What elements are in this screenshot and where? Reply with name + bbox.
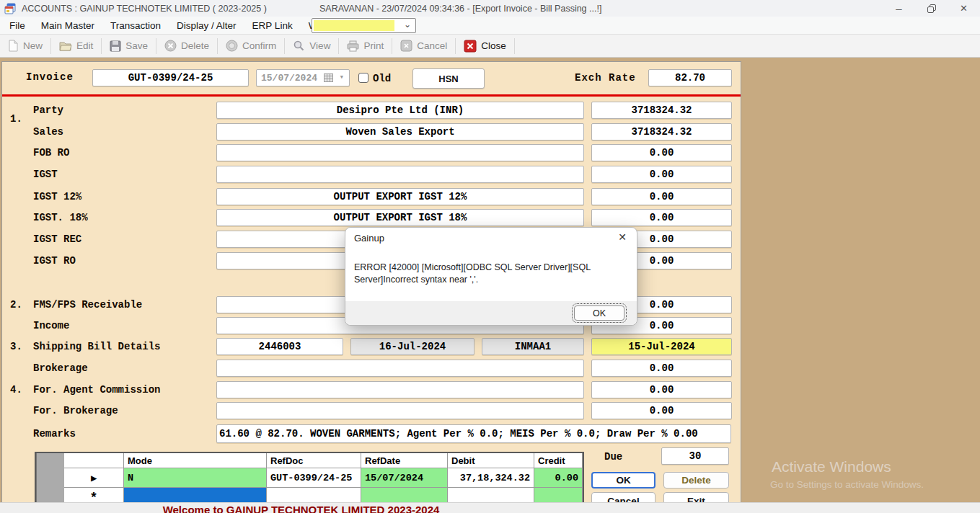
confirm-button[interactable]: Confirm — [218, 37, 283, 55]
view-button[interactable]: View — [286, 37, 337, 55]
due-label: Due — [604, 451, 622, 463]
ok-button[interactable]: OK — [591, 472, 655, 489]
agent-commission-field[interactable] — [216, 381, 584, 398]
edit-button[interactable]: Edit — [52, 37, 100, 55]
print-button[interactable]: Print — [340, 37, 391, 55]
minimize-button[interactable]: – — [883, 0, 915, 17]
igst-amount-field[interactable]: 0.00 — [591, 166, 732, 183]
windows-combobox[interactable]: ⌄ — [312, 18, 416, 33]
dialog-footer: OK — [345, 301, 637, 325]
printer-icon — [347, 40, 359, 52]
section-number-4: 4. — [10, 384, 22, 396]
remarks-field[interactable]: 61.60 @ 82.70. WOVEN GARMENTS; Agent Per… — [216, 424, 731, 443]
party-field[interactable]: Desipro Pte Ltd (INR) — [216, 102, 584, 119]
sales-amount-field[interactable]: 3718324.32 — [591, 123, 732, 140]
open-folder-icon — [59, 40, 72, 52]
toolbar-separator — [392, 38, 392, 54]
row-label-igst-rec: IGST REC — [33, 233, 81, 245]
sales-field[interactable]: Woven Sales Export — [216, 123, 584, 140]
party-amount-field[interactable]: 3718324.32 — [591, 102, 732, 119]
reference-grid: Mode RefDoc RefDate Debit Credit ▶ N GUT… — [35, 452, 584, 508]
old-label: Old — [373, 73, 391, 84]
shipping-bill-number-field[interactable]: 2446003 — [216, 338, 343, 355]
activate-windows-subtext: Go to Settings to activate Windows. — [770, 479, 924, 490]
row-label-igst-ro: IGST RO — [33, 255, 76, 267]
brokerage-amount-field[interactable]: 0.00 — [591, 360, 732, 377]
invoice-date-field[interactable]: 15/07/2024 ▾ — [256, 69, 350, 86]
shipping-lets-date-field[interactable]: 15-Jul-2024 — [591, 338, 732, 355]
due-field[interactable]: 30 — [661, 447, 729, 465]
menu-display-alter[interactable]: Display / Alter — [169, 17, 244, 34]
dialog-message: ERROR [42000] [Microsoft][ODBC SQL Serve… — [354, 262, 627, 286]
close-window-button[interactable]: ✕ — [948, 0, 980, 17]
exch-rate-field[interactable]: 82.70 — [648, 69, 732, 86]
row-label-income: Income — [33, 320, 69, 331]
grid-cell-refdoc[interactable]: GUT-0399/24-25 — [267, 468, 361, 488]
hsn-button[interactable]: HSN — [412, 68, 485, 89]
delete-entry-button[interactable]: Delete — [663, 472, 729, 489]
for-brokerage-amount-field[interactable]: 0.00 — [591, 402, 732, 419]
row-label-sales: Sales — [33, 126, 63, 138]
menu-erp-link[interactable]: ERP Link — [244, 17, 301, 34]
grid-cell-credit[interactable]: 0.00 — [534, 468, 583, 488]
fob-ro-amount-field[interactable]: 0.00 — [591, 144, 732, 161]
menu-main-master[interactable]: Main Master — [33, 17, 102, 34]
row-label-remarks: Remarks — [33, 428, 76, 440]
grid-cell-refdate[interactable]: 15/07/2024 — [361, 468, 448, 488]
grid-header-refdate[interactable]: RefDate — [361, 453, 448, 468]
grid-header-marker — [64, 453, 124, 468]
toolbar-separator — [101, 38, 102, 54]
grid-cell-mode[interactable]: N — [124, 468, 267, 488]
grid-row-marker: ▶ — [64, 468, 124, 488]
grid-header-refdoc[interactable]: RefDoc — [267, 453, 361, 468]
section-number-3: 3. — [10, 341, 22, 352]
shipping-port-field[interactable]: INMAA1 — [482, 338, 584, 355]
floppy-disk-icon — [110, 40, 121, 52]
menu-file[interactable]: File — [1, 17, 33, 34]
section-number-2: 2. — [10, 299, 22, 311]
row-label-agent-commission: For. Agent Commission — [33, 384, 160, 396]
toolbar-separator — [514, 38, 515, 54]
dialog-close-icon[interactable]: ✕ — [618, 231, 627, 243]
igst-12-amount-field[interactable]: 0.00 — [591, 188, 732, 205]
date-dropdown-icon[interactable]: ▾ — [339, 72, 344, 81]
magnifier-icon — [293, 40, 305, 52]
igst-field[interactable] — [216, 166, 584, 183]
grid-header-credit[interactable]: Credit — [534, 453, 583, 468]
app-window: ACCOUNTS : GAINUP TECHNOTEK LIMITED ( 20… — [0, 0, 980, 513]
for-brokerage-field[interactable] — [216, 402, 584, 419]
dialog-title: Gainup — [354, 233, 384, 244]
igst-18-field[interactable]: OUTPUT EXPORT IGST 18% — [216, 209, 584, 226]
igst-18-amount-field[interactable]: 0.00 — [591, 209, 732, 226]
dialog-ok-button[interactable]: OK — [574, 305, 624, 321]
delete-button[interactable]: Delete — [157, 37, 216, 55]
status-message: Welcome to GAINUP TECHNOTEK LIMITED 2023… — [0, 504, 602, 513]
row-label-brokerage: Brokerage — [33, 362, 88, 374]
fob-ro-field[interactable] — [216, 144, 584, 161]
invoice-number-field[interactable]: GUT-0399/24-25 — [92, 69, 249, 86]
grid-cell-debit[interactable]: 37,18,324.32 — [448, 468, 534, 488]
row-label-igst-12: IGST 12% — [33, 191, 81, 202]
shipping-bill-date-field[interactable]: 16-Jul-2024 — [350, 338, 474, 355]
invoice-label: Invoice — [26, 71, 74, 83]
close-red-icon — [464, 40, 477, 53]
close-button[interactable]: Close — [456, 37, 513, 55]
cancel-button[interactable]: Cancel — [393, 37, 454, 55]
grid-filler-column — [36, 453, 64, 507]
row-label-for-brokerage: For. Brokerage — [33, 405, 118, 416]
agent-commission-amount-field[interactable]: 0.00 — [591, 381, 732, 398]
old-checkbox[interactable] — [358, 73, 368, 83]
toolbar-separator — [455, 38, 456, 54]
brokerage-field[interactable] — [216, 360, 584, 377]
grid-header-mode[interactable]: Mode — [124, 453, 267, 468]
confirm-circle-icon — [226, 40, 238, 52]
save-button[interactable]: Save — [102, 37, 155, 55]
app-icon — [4, 3, 16, 14]
igst-12-field[interactable]: OUTPUT EXPORT IGST 12% — [216, 188, 584, 205]
restore-button[interactable] — [915, 0, 948, 17]
row-label-fms-fps: FMS/FPS Receivable — [33, 299, 142, 311]
row-label-party: Party — [33, 104, 63, 116]
new-button[interactable]: New — [0, 37, 50, 55]
grid-header-debit[interactable]: Debit — [448, 453, 534, 468]
menu-transaction[interactable]: Transaction — [102, 17, 169, 34]
